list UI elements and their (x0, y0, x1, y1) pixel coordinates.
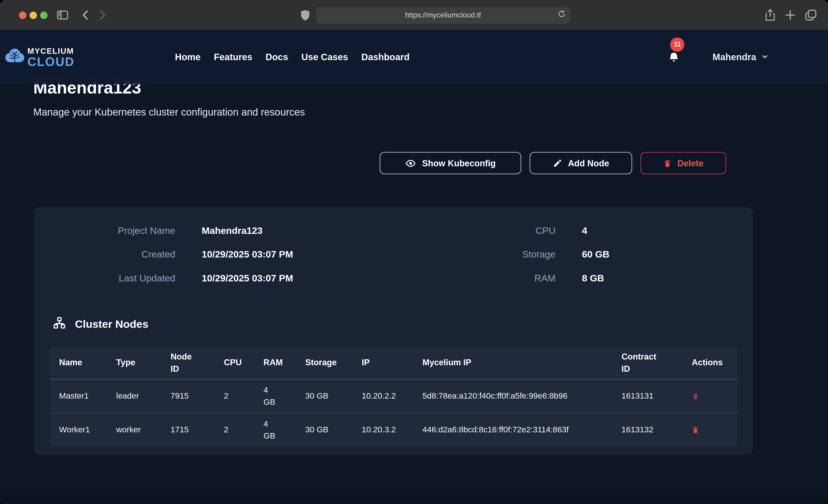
cell-ram: 4 GB (254, 379, 296, 413)
screen: https://myceliumcloud.tf (0, 0, 828, 504)
mycelium-logo[interactable]: MYCELIUM CLOUD (4, 47, 75, 68)
notification-badge: 11 (670, 37, 685, 51)
nav-link-dashboard[interactable]: Dashboard (361, 52, 410, 63)
cluster-nodes-title: Cluster Nodes (75, 318, 148, 330)
notifications-button[interactable]: 11 (668, 51, 680, 64)
column-header-mycelium-ip: Mycelium IP (413, 347, 612, 379)
cell-ip: 10.20.3.2 (352, 413, 413, 447)
info-label: Storage (429, 245, 555, 263)
info-value: 8 GB (582, 269, 753, 287)
column-header-ip: IP (352, 347, 413, 379)
info-label: Project Name (101, 222, 175, 240)
column-header-storage: Storage (296, 347, 352, 379)
column-header-actions: Actions (682, 347, 737, 379)
column-header-type: Type (107, 347, 161, 379)
table-row: Master1leader791524 GB30 GB10.20.2.25d8:… (50, 379, 737, 413)
cluster-nodes-table: Name Type Node ID CPU RAM Storage IP Myc… (50, 347, 737, 447)
delete-label: Delete (677, 158, 704, 168)
pencil-icon (553, 158, 562, 168)
address-bar[interactable]: https://myceliumcloud.tf (316, 7, 570, 24)
address-area: https://myceliumcloud.tf (106, 7, 765, 24)
column-header-node-id: Node ID (161, 347, 214, 379)
info-value: 10/29/2025 03:07 PM (202, 269, 402, 287)
cell-contract-id: 1613132 (612, 413, 682, 447)
navbar-right: 11 Mahendra (668, 51, 828, 64)
page-viewport: Mahendra123 Manage your Kubernetes clust… (0, 30, 828, 504)
cell-ram: 4 GB (254, 413, 296, 447)
show-kubeconfig-label: Show Kubeconfig (422, 158, 496, 168)
back-icon[interactable] (82, 10, 88, 20)
nav-link-features[interactable]: Features (214, 52, 252, 63)
delete-cluster-button[interactable]: Delete (640, 152, 726, 174)
shield-icon[interactable] (301, 10, 309, 20)
cell-storage: 30 GB (296, 379, 352, 413)
cluster-actions: Show Kubeconfig Add Node Delete (33, 152, 726, 174)
sidebar-icon[interactable] (57, 10, 68, 19)
column-header-ram: RAM (254, 347, 296, 379)
cell-storage: 30 GB (296, 413, 352, 447)
cell-name: Worker1 (50, 413, 107, 447)
logo-line2: CLOUD (27, 55, 75, 68)
column-header-contract-id: Contract ID (612, 347, 682, 379)
info-label: Created (101, 245, 175, 263)
table-row: Worker1worker171524 GB30 GB10.20.3.2446:… (50, 413, 737, 447)
close-window-button[interactable] (19, 11, 27, 18)
network-icon (53, 316, 66, 332)
info-label: Last Updated (101, 269, 175, 287)
delete-node-button[interactable] (692, 392, 699, 401)
cluster-nodes-section-header: Cluster Nodes (53, 316, 753, 332)
cluster-info-grid: Project Name Mahendra123 CPU 4 Created 1… (34, 222, 753, 287)
chrome-toolbar-right (765, 9, 828, 21)
column-header-cpu: CPU (214, 347, 254, 379)
info-value: 4 (582, 222, 753, 240)
add-node-button[interactable]: Add Node (530, 152, 632, 174)
nav-link-use-cases[interactable]: Use Cases (301, 52, 348, 63)
top-navbar: MYCELIUM CLOUD Home Features Docs Use Ca… (0, 30, 828, 85)
show-kubeconfig-button[interactable]: Show Kubeconfig (380, 152, 521, 174)
share-icon[interactable] (765, 9, 775, 21)
cell-ip: 10.20.2.2 (352, 379, 413, 413)
cell-actions (682, 413, 737, 447)
nav-link-docs[interactable]: Docs (265, 52, 288, 63)
user-menu-button[interactable]: Mahendra (713, 52, 769, 63)
footer (0, 493, 828, 504)
traffic-lights (0, 11, 48, 18)
mycelium-logo-icon (4, 47, 25, 67)
table-header-row: Name Type Node ID CPU RAM Storage IP Myc… (50, 347, 737, 379)
eye-icon (405, 158, 416, 169)
browser-chrome: https://myceliumcloud.tf (0, 0, 828, 30)
browser-window: https://myceliumcloud.tf (0, 0, 828, 504)
minimize-window-button[interactable] (30, 11, 37, 18)
cell-contract-id: 1613131 (612, 379, 682, 413)
cell-cpu: 2 (214, 413, 254, 447)
cell-cpu: 2 (214, 379, 254, 413)
zoom-window-button[interactable] (40, 11, 48, 18)
cell-mycelium-ip: 5d8:78ea:a120:f40c:ff0f:a5fe:99e6:8b96 (413, 379, 612, 413)
trash-icon (663, 158, 671, 168)
delete-node-button[interactable] (692, 425, 699, 434)
chevron-down-icon (761, 53, 769, 62)
forward-icon[interactable] (100, 10, 106, 20)
column-header-name: Name (50, 347, 107, 379)
new-tab-icon[interactable] (785, 10, 795, 20)
nav-link-home[interactable]: Home (175, 52, 201, 63)
cell-type: worker (107, 413, 161, 447)
tabs-icon[interactable] (805, 9, 816, 20)
cell-actions (682, 379, 737, 413)
add-node-label: Add Node (568, 158, 609, 168)
info-value: 60 GB (582, 245, 753, 263)
cell-node-id: 7915 (161, 379, 214, 413)
cluster-nodes-tbody: Master1leader791524 GB30 GB10.20.2.25d8:… (50, 379, 737, 447)
info-label: RAM (429, 269, 555, 287)
mycelium-logo-text: MYCELIUM CLOUD (27, 47, 75, 68)
cell-name: Master1 (50, 379, 107, 413)
info-value: 10/29/2025 03:07 PM (202, 245, 402, 263)
cell-node-id: 1715 (161, 413, 214, 447)
logo-line1: MYCELIUM (27, 47, 75, 54)
cluster-details-card: Project Name Mahendra123 CPU 4 Created 1… (34, 207, 753, 455)
reload-icon[interactable] (558, 9, 566, 18)
info-label: CPU (429, 222, 555, 240)
cell-type: leader (107, 379, 161, 413)
bell-icon (668, 56, 680, 65)
page-content: Mahendra123 Manage your Kubernetes clust… (0, 30, 828, 455)
